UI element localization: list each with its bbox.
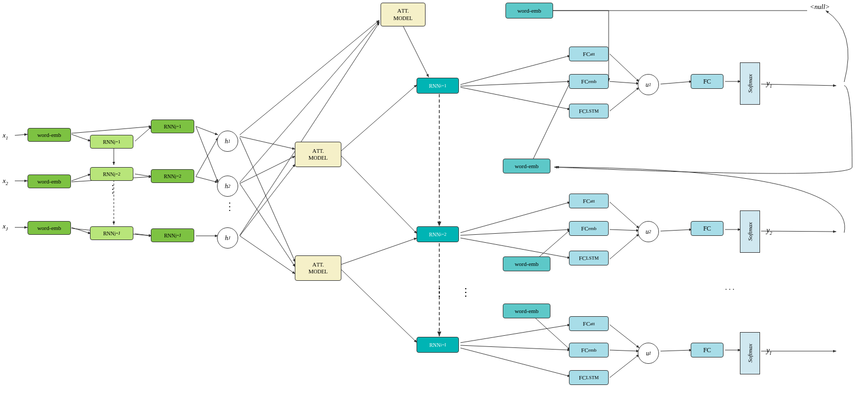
- h2: h2: [217, 176, 238, 197]
- svg-line-24: [240, 137, 295, 262]
- fc-lstm-1: FCLSTM: [569, 104, 609, 118]
- svg-line-65: [610, 354, 639, 378]
- svg-line-2: [15, 134, 28, 135]
- svg-line-23: [240, 164, 295, 236]
- rnn-jJ-inner: RNNj=J: [90, 226, 133, 240]
- word-emb-i1: word-emb: [503, 159, 550, 173]
- svg-line-32: [341, 156, 417, 234]
- svg-line-38: [460, 81, 571, 86]
- svg-line-43: [610, 54, 639, 82]
- dots-rnn-i: ⋮: [434, 286, 445, 298]
- dots-middle: ⋮: [460, 286, 471, 298]
- rnn-j1-inner: RNNj=1: [90, 135, 133, 149]
- xJ-label: xJ: [3, 222, 8, 232]
- softmax-2: Softmax: [740, 210, 760, 253]
- yI-label: yI: [766, 346, 771, 356]
- svg-line-27: [240, 20, 379, 135]
- fc-out-2: FC: [691, 221, 724, 236]
- svg-line-59: [460, 325, 571, 343]
- att-model-mid1: ATT. MODEL: [295, 142, 341, 167]
- rnn-iI: RNNi=I: [417, 337, 459, 353]
- fc-emb-1: FCemb: [569, 74, 609, 89]
- h1: h1: [217, 131, 238, 152]
- svg-line-60: [460, 345, 571, 350]
- svg-line-14: [135, 174, 152, 177]
- svg-line-39: [460, 87, 571, 109]
- fc-out-1: FC: [691, 74, 724, 89]
- svg-line-29: [240, 22, 379, 235]
- svg-line-58: [761, 231, 836, 232]
- u1: u1: [638, 74, 659, 95]
- rnn-j2-outer: RNNj=2: [151, 169, 194, 183]
- svg-line-26: [240, 236, 295, 274]
- rnn-j2-inner: RNNj=2: [90, 167, 133, 181]
- svg-line-42: [529, 81, 571, 167]
- svg-line-5: [71, 134, 91, 141]
- att-model-mid2: ATT. MODEL: [295, 255, 341, 281]
- svg-line-15: [135, 234, 152, 236]
- fc-att-I: FCatt: [569, 316, 609, 331]
- svg-line-8: [71, 126, 152, 133]
- fc-lstm-I: FCLSTM: [569, 370, 609, 385]
- rnn-j1-outer: RNNj=1: [151, 120, 194, 133]
- svg-line-31: [341, 85, 417, 151]
- svg-line-51: [460, 238, 571, 258]
- svg-line-7: [71, 227, 91, 234]
- svg-line-53: [610, 202, 639, 228]
- y1-label: y1: [766, 79, 772, 89]
- fc-out-I: FC: [691, 343, 724, 357]
- dots-h: ⋮: [224, 200, 234, 213]
- svg-line-64: [610, 350, 639, 351]
- fc-att-2: FCatt: [569, 194, 609, 208]
- y2-label: y2: [766, 226, 772, 236]
- hJ: hJ: [217, 227, 238, 249]
- svg-line-13: [135, 126, 152, 141]
- svg-line-25: [240, 183, 295, 267]
- rnn-i1: RNNi=1: [417, 78, 459, 94]
- x2-label: x2: [3, 177, 8, 186]
- svg-line-16: [196, 126, 218, 135]
- svg-line-33: [341, 238, 417, 264]
- svg-line-54: [610, 230, 639, 231]
- att-model-top: ATT. MODEL: [381, 3, 426, 26]
- uI: uI: [638, 343, 659, 364]
- svg-line-37: [460, 56, 571, 85]
- word-emb-1: word-emb: [28, 128, 71, 142]
- svg-line-49: [460, 202, 571, 233]
- svg-line-63: [610, 325, 639, 348]
- null-label: <null>: [810, 3, 830, 11]
- svg-line-19: [196, 126, 218, 182]
- svg-line-34: [341, 270, 417, 343]
- word-emb-iI: word-emb: [503, 304, 550, 318]
- fc-emb-2: FCemb: [569, 221, 609, 236]
- word-emb-2: word-emb: [28, 175, 71, 188]
- svg-line-45: [610, 87, 639, 111]
- svg-line-30: [403, 26, 429, 77]
- x1-label: x1: [3, 131, 8, 141]
- svg-line-17: [196, 177, 218, 182]
- svg-line-48: [761, 84, 836, 86]
- svg-line-50: [460, 230, 571, 235]
- softmax-I: Softmax: [740, 332, 760, 374]
- svg-line-61: [460, 348, 571, 377]
- diagram-container: ATT. MODEL word-emb <null> x1 x2 xJ word…: [0, 0, 868, 413]
- svg-line-22: [240, 156, 295, 183]
- rnn-i2: RNNi=2: [417, 226, 459, 242]
- softmax-1: Softmax: [740, 62, 760, 105]
- word-emb-top: word-emb: [505, 3, 553, 19]
- svg-line-55: [610, 234, 639, 259]
- svg-line-21: [240, 136, 295, 149]
- svg-line-20: [196, 137, 218, 177]
- fc-lstm-2: FCLSTM: [569, 251, 609, 265]
- svg-line-46: [661, 81, 692, 84]
- svg-line-44: [610, 81, 639, 84]
- svg-line-66: [661, 350, 692, 351]
- dots-fc-right: · · ·: [725, 286, 735, 294]
- u2: u2: [638, 221, 659, 242]
- word-emb-i2: word-emb: [503, 256, 550, 271]
- rnn-jJ-outer: RNNj=J: [151, 228, 194, 242]
- word-emb-J: word-emb: [28, 221, 71, 235]
- svg-line-56: [661, 230, 692, 231]
- fc-emb-I: FCemb: [569, 343, 609, 357]
- dots-j-inner: ⋮: [107, 182, 116, 195]
